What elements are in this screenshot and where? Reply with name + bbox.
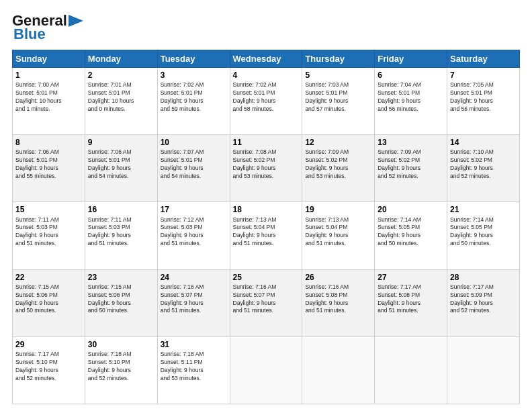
calendar-cell: 3Sunrise: 7:02 AMSunset: 5:01 PMDaylight… <box>157 68 230 135</box>
calendar-cell: 8Sunrise: 7:06 AMSunset: 5:01 PMDaylight… <box>13 135 85 202</box>
day-number: 28 <box>450 272 517 283</box>
day-info: Sunrise: 7:13 AMSunset: 5:04 PMDaylight:… <box>305 216 371 248</box>
day-info: Sunrise: 7:10 AMSunset: 5:02 PMDaylight:… <box>450 148 517 181</box>
day-number: 8 <box>15 137 82 148</box>
day-number: 13 <box>378 137 444 148</box>
logo-blue: Blue <box>12 26 46 43</box>
day-number: 6 <box>378 70 444 81</box>
weekday-header: Saturday <box>447 50 520 68</box>
day-info: Sunrise: 7:05 AMSunset: 5:01 PMDaylight:… <box>450 81 517 113</box>
calendar-cell: 15Sunrise: 7:11 AMSunset: 5:03 PMDayligh… <box>13 202 85 269</box>
day-info: Sunrise: 7:16 AMSunset: 5:07 PMDaylight:… <box>161 283 227 316</box>
calendar-cell: 27Sunrise: 7:17 AMSunset: 5:08 PMDayligh… <box>375 269 447 336</box>
weekday-header: Thursday <box>302 50 375 68</box>
calendar-cell: 4Sunrise: 7:02 AMSunset: 5:01 PMDaylight… <box>230 68 302 135</box>
day-number: 30 <box>88 339 154 350</box>
day-info: Sunrise: 7:15 AMSunset: 5:06 PMDaylight:… <box>15 283 82 316</box>
calendar-cell: 5Sunrise: 7:03 AMSunset: 5:01 PMDaylight… <box>302 68 375 135</box>
day-number: 5 <box>305 70 371 81</box>
calendar-cell: 22Sunrise: 7:15 AMSunset: 5:06 PMDayligh… <box>13 269 85 336</box>
day-number: 31 <box>161 339 227 350</box>
day-info: Sunrise: 7:16 AMSunset: 5:08 PMDaylight:… <box>305 283 371 316</box>
calendar-cell: 13Sunrise: 7:09 AMSunset: 5:02 PMDayligh… <box>375 135 447 202</box>
weekday-header: Tuesday <box>157 50 230 68</box>
calendar-cell <box>375 336 447 404</box>
day-info: Sunrise: 7:07 AMSunset: 5:01 PMDaylight:… <box>161 148 227 181</box>
calendar-table: SundayMondayTuesdayWednesdayThursdayFrid… <box>12 50 520 404</box>
day-info: Sunrise: 7:09 AMSunset: 5:02 PMDaylight:… <box>305 148 371 181</box>
day-number: 24 <box>161 272 227 283</box>
calendar-cell: 12Sunrise: 7:09 AMSunset: 5:02 PMDayligh… <box>302 135 375 202</box>
day-number: 4 <box>233 70 300 81</box>
calendar-week-row: 8Sunrise: 7:06 AMSunset: 5:01 PMDaylight… <box>13 135 520 202</box>
weekday-header: Friday <box>375 50 447 68</box>
calendar-cell: 31Sunrise: 7:18 AMSunset: 5:11 PMDayligh… <box>157 336 230 404</box>
day-info: Sunrise: 7:16 AMSunset: 5:07 PMDaylight:… <box>233 283 300 316</box>
day-info: Sunrise: 7:08 AMSunset: 5:02 PMDaylight:… <box>233 148 300 181</box>
calendar-cell: 1Sunrise: 7:00 AMSunset: 5:01 PMDaylight… <box>13 68 85 135</box>
day-info: Sunrise: 7:18 AMSunset: 5:11 PMDaylight:… <box>161 351 227 383</box>
calendar-cell: 9Sunrise: 7:06 AMSunset: 5:01 PMDaylight… <box>85 135 157 202</box>
day-number: 7 <box>450 70 517 81</box>
calendar-week-row: 29Sunrise: 7:17 AMSunset: 5:10 PMDayligh… <box>13 336 520 404</box>
svg-marker-0 <box>69 15 83 27</box>
day-info: Sunrise: 7:17 AMSunset: 5:08 PMDaylight:… <box>378 283 444 316</box>
day-number: 11 <box>233 137 300 148</box>
calendar-week-row: 22Sunrise: 7:15 AMSunset: 5:06 PMDayligh… <box>13 269 520 336</box>
day-info: Sunrise: 7:06 AMSunset: 5:01 PMDaylight:… <box>15 148 82 181</box>
weekday-header: Monday <box>85 50 157 68</box>
calendar-cell: 16Sunrise: 7:11 AMSunset: 5:03 PMDayligh… <box>85 202 157 269</box>
day-number: 3 <box>161 70 227 81</box>
calendar-cell: 29Sunrise: 7:17 AMSunset: 5:10 PMDayligh… <box>13 336 85 404</box>
day-number: 22 <box>15 272 82 283</box>
weekday-header: Wednesday <box>230 50 302 68</box>
day-number: 14 <box>450 137 517 148</box>
day-number: 20 <box>378 204 444 215</box>
day-number: 23 <box>88 272 154 283</box>
main-container: General Blue SundayMondayTuesdayWednesda… <box>0 0 532 411</box>
day-info: Sunrise: 7:11 AMSunset: 5:03 PMDaylight:… <box>15 216 82 248</box>
calendar-cell: 26Sunrise: 7:16 AMSunset: 5:08 PMDayligh… <box>302 269 375 336</box>
day-number: 27 <box>378 272 444 283</box>
day-info: Sunrise: 7:14 AMSunset: 5:05 PMDaylight:… <box>378 216 444 248</box>
day-info: Sunrise: 7:18 AMSunset: 5:10 PMDaylight:… <box>88 351 154 383</box>
day-number: 25 <box>233 272 300 283</box>
day-number: 12 <box>305 137 371 148</box>
logo-arrow-icon <box>69 15 83 27</box>
day-number: 29 <box>15 339 82 350</box>
day-number: 26 <box>305 272 371 283</box>
day-info: Sunrise: 7:11 AMSunset: 5:03 PMDaylight:… <box>88 216 154 248</box>
calendar-cell: 24Sunrise: 7:16 AMSunset: 5:07 PMDayligh… <box>157 269 230 336</box>
day-number: 9 <box>88 137 154 148</box>
day-number: 10 <box>161 137 227 148</box>
day-info: Sunrise: 7:14 AMSunset: 5:05 PMDaylight:… <box>450 216 517 248</box>
calendar-cell: 11Sunrise: 7:08 AMSunset: 5:02 PMDayligh… <box>230 135 302 202</box>
day-info: Sunrise: 7:12 AMSunset: 5:03 PMDaylight:… <box>161 216 227 248</box>
day-number: 18 <box>233 204 300 215</box>
calendar-cell: 20Sunrise: 7:14 AMSunset: 5:05 PMDayligh… <box>375 202 447 269</box>
calendar-cell: 23Sunrise: 7:15 AMSunset: 5:06 PMDayligh… <box>85 269 157 336</box>
weekday-header: Sunday <box>13 50 85 68</box>
day-info: Sunrise: 7:02 AMSunset: 5:01 PMDaylight:… <box>233 81 300 113</box>
day-number: 1 <box>15 70 82 81</box>
day-info: Sunrise: 7:13 AMSunset: 5:04 PMDaylight:… <box>233 216 300 248</box>
calendar-cell: 21Sunrise: 7:14 AMSunset: 5:05 PMDayligh… <box>447 202 520 269</box>
day-number: 21 <box>450 204 517 215</box>
calendar-cell: 19Sunrise: 7:13 AMSunset: 5:04 PMDayligh… <box>302 202 375 269</box>
day-info: Sunrise: 7:09 AMSunset: 5:02 PMDaylight:… <box>378 148 444 181</box>
day-info: Sunrise: 7:06 AMSunset: 5:01 PMDaylight:… <box>88 148 154 181</box>
day-number: 19 <box>305 204 371 215</box>
day-info: Sunrise: 7:15 AMSunset: 5:06 PMDaylight:… <box>88 283 154 316</box>
calendar-cell <box>302 336 375 404</box>
calendar-week-row: 1Sunrise: 7:00 AMSunset: 5:01 PMDaylight… <box>13 68 520 135</box>
day-info: Sunrise: 7:00 AMSunset: 5:01 PMDaylight:… <box>15 81 82 113</box>
day-number: 16 <box>88 204 154 215</box>
day-info: Sunrise: 7:01 AMSunset: 5:01 PMDaylight:… <box>88 81 154 113</box>
calendar-cell: 14Sunrise: 7:10 AMSunset: 5:02 PMDayligh… <box>447 135 520 202</box>
calendar-cell: 30Sunrise: 7:18 AMSunset: 5:10 PMDayligh… <box>85 336 157 404</box>
day-info: Sunrise: 7:02 AMSunset: 5:01 PMDaylight:… <box>161 81 227 113</box>
day-info: Sunrise: 7:17 AMSunset: 5:10 PMDaylight:… <box>15 351 82 383</box>
calendar-cell: 6Sunrise: 7:04 AMSunset: 5:01 PMDaylight… <box>375 68 447 135</box>
header: General Blue <box>12 12 520 43</box>
calendar-cell: 7Sunrise: 7:05 AMSunset: 5:01 PMDaylight… <box>447 68 520 135</box>
